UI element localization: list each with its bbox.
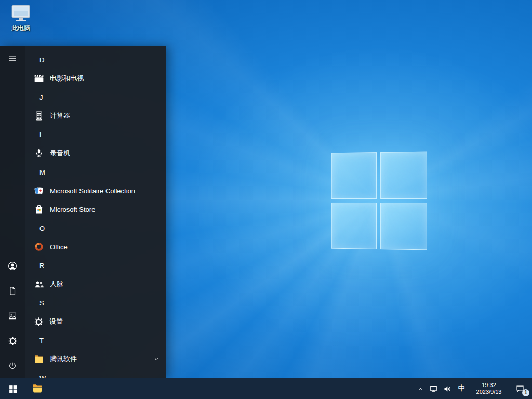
speaker-icon [443, 384, 452, 393]
network-icon [429, 384, 438, 393]
start-app-list: D电影和电视J计算器L录音机MMicrosoft Solitaire Colle… [25, 46, 166, 378]
taskbar: 中 19:32 2023/9/13 1 [0, 378, 532, 399]
rail-pictures-button[interactable] [0, 303, 25, 328]
app-item-label: Microsoft Store [50, 206, 95, 214]
rail-top [0, 46, 25, 71]
office-icon [34, 242, 44, 252]
windows-logo-pane [331, 152, 377, 199]
app-item-tencent-folder[interactable]: 腾讯软件 [25, 350, 166, 368]
app-item-label: 电影和电视 [50, 74, 84, 83]
app-item-movies-tv[interactable]: 电影和电视 [25, 69, 166, 88]
section-letter-R[interactable]: R [25, 256, 166, 275]
app-item-label: 计算器 [50, 111, 70, 121]
network-tray-button[interactable] [427, 378, 441, 399]
volume-tray-button[interactable] [441, 378, 455, 399]
rail-bottom [0, 254, 25, 378]
file-explorer-button[interactable] [25, 378, 50, 399]
desktop-icon-label: 此电脑 [11, 24, 30, 33]
clock-date: 2023/9/13 [476, 389, 502, 395]
pictures-icon [8, 311, 17, 321]
people-icon [34, 279, 44, 289]
store-icon [34, 204, 44, 215]
power-icon [8, 361, 17, 370]
settings-gear-icon [8, 336, 18, 346]
section-letter-W[interactable]: W [25, 368, 166, 378]
hamburger-icon [8, 54, 17, 63]
app-item-label: Office [50, 243, 68, 251]
section-letter-M[interactable]: M [25, 163, 166, 181]
wallpaper-windows-logo [331, 152, 427, 250]
taskbar-clock[interactable]: 19:32 2023/9/13 [469, 378, 509, 399]
folder-icon [34, 354, 44, 364]
file-explorer-icon [32, 383, 43, 394]
ime-indicator[interactable]: 中 [455, 378, 469, 399]
section-letter-S[interactable]: S [25, 294, 166, 312]
app-item-office[interactable]: Office [25, 237, 166, 256]
app-item-store[interactable]: Microsoft Store [25, 200, 166, 219]
system-tray: 中 19:32 2023/9/13 1 [414, 378, 532, 399]
app-item-label: 腾讯软件 [50, 354, 77, 364]
document-icon [8, 286, 17, 296]
section-letter-T[interactable]: T [25, 331, 166, 350]
start-menu-rail [0, 46, 25, 378]
rail-account-button[interactable] [0, 254, 25, 278]
solitaire-icon [34, 185, 44, 196]
app-item-label: Microsoft Solitaire Collection [50, 187, 135, 195]
rail-menu-button[interactable] [0, 46, 25, 71]
app-item-label: 人脉 [50, 280, 63, 289]
chevron-down-icon [153, 355, 160, 363]
app-item-calculator[interactable]: 计算器 [25, 107, 166, 125]
section-letter-L[interactable]: L [25, 125, 166, 144]
app-item-solitaire[interactable]: Microsoft Solitaire Collection [25, 181, 166, 200]
account-icon [7, 261, 18, 271]
tray-overflow-chevron-button[interactable] [414, 378, 427, 399]
calculator-icon [34, 111, 44, 121]
section-letter-O[interactable]: O [25, 219, 166, 237]
start-button[interactable] [0, 378, 25, 399]
section-letter-D[interactable]: D [25, 50, 166, 69]
voice-recorder-icon [34, 148, 44, 158]
computer-icon [10, 4, 31, 23]
app-item-voice-recorder[interactable]: 录音机 [25, 144, 166, 163]
app-item-people[interactable]: 人脉 [25, 275, 166, 294]
action-center-button[interactable]: 1 [509, 378, 531, 399]
clock-time: 19:32 [482, 382, 496, 389]
windows-logo-pane [380, 152, 427, 199]
app-item-label: 录音机 [50, 149, 70, 158]
rail-power-button[interactable] [0, 353, 25, 378]
settings-gear-icon [34, 317, 44, 327]
section-letter-J[interactable]: J [25, 88, 166, 107]
app-item-label: 设置 [49, 317, 63, 326]
app-item-settings[interactable]: 设置 [25, 312, 166, 331]
desktop-icon-this-pc[interactable]: 此电脑 [6, 4, 35, 33]
rail-documents-button[interactable] [0, 278, 25, 303]
movies-tv-icon [34, 73, 44, 84]
rail-settings-button[interactable] [0, 328, 25, 353]
windows-start-icon [8, 384, 17, 393]
start-menu: D电影和电视J计算器L录音机MMicrosoft Solitaire Colle… [0, 46, 166, 378]
windows-logo-pane [331, 203, 377, 249]
chevron-up-icon [417, 385, 424, 393]
windows-logo-pane [380, 203, 427, 250]
notification-badge: 1 [522, 389, 529, 396]
